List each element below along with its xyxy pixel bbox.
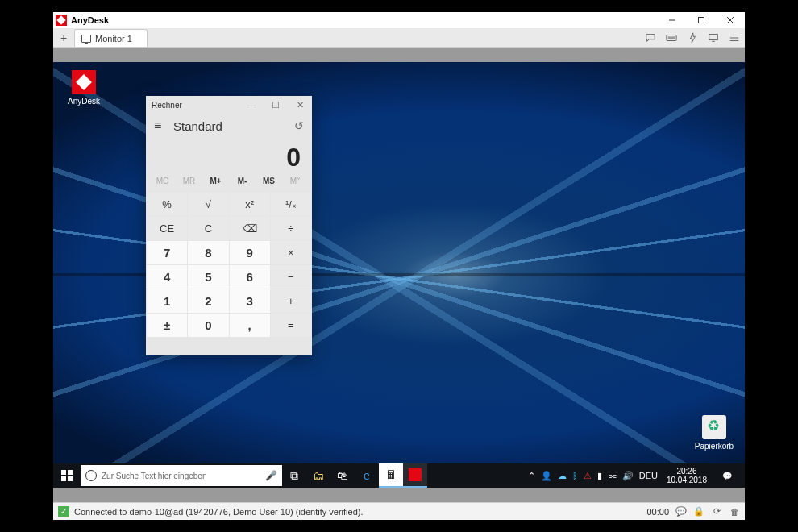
- tray-volume-icon[interactable]: 🔊: [622, 471, 634, 481]
- taskbar-calculator-icon[interactable]: 🖩: [379, 463, 403, 488]
- search-placeholder: Zur Suche Text hier eingeben: [102, 472, 206, 480]
- calc-key[interactable]: 1: [147, 289, 187, 313]
- chat-icon[interactable]: [640, 29, 661, 47]
- desktop-icon-anydesk[interactable]: AnyDesk: [60, 70, 108, 106]
- calc-maximize-button[interactable]: ☐: [264, 96, 288, 114]
- taskbar-edge-icon[interactable]: e: [355, 463, 379, 488]
- svg-rect-15: [68, 476, 73, 481]
- tray-chevron-up-icon[interactable]: ⌃: [528, 471, 535, 481]
- display-icon[interactable]: [703, 29, 724, 47]
- svg-rect-7: [709, 35, 718, 40]
- calc-key[interactable]: √: [188, 193, 228, 216]
- calc-key[interactable]: −: [271, 265, 311, 289]
- calc-key[interactable]: 3: [230, 289, 270, 313]
- calc-key[interactable]: ±: [147, 314, 187, 337]
- clock-date: 10.04.2018: [667, 476, 707, 484]
- calc-minimize-button[interactable]: —: [239, 96, 264, 114]
- tray-onedrive-icon[interactable]: ☁: [558, 471, 567, 481]
- tray-wifi-icon[interactable]: ⫘: [608, 471, 617, 480]
- calc-mem-ms[interactable]: MS: [256, 177, 282, 193]
- calc-key[interactable]: 6: [230, 265, 270, 289]
- svg-rect-12: [61, 470, 66, 475]
- calc-key[interactable]: x²: [230, 193, 270, 216]
- calc-key[interactable]: 2: [188, 289, 228, 313]
- calculator-window: Rechner — ☐ ✕ ≡ Standard ↺ 0 MCMRM+M-MSM…: [146, 96, 312, 355]
- status-text: Connected to demo-10@ad (19420776, Demo …: [74, 507, 363, 517]
- calc-key[interactable]: %: [147, 193, 187, 216]
- calc-key[interactable]: ¹/ₓ: [271, 193, 311, 216]
- calc-mem-mc[interactable]: MC: [149, 177, 176, 193]
- calc-key[interactable]: C: [188, 217, 228, 240]
- task-view-icon[interactable]: ⧉: [282, 463, 306, 488]
- calc-key[interactable]: ⌫: [230, 217, 270, 240]
- calc-mem-m-[interactable]: M-: [229, 177, 256, 193]
- calc-key[interactable]: ×: [271, 241, 311, 264]
- session-time: 00:00: [646, 507, 669, 517]
- taskbar-store-icon[interactable]: 🛍: [330, 463, 355, 488]
- calc-menu-icon[interactable]: ≡: [154, 118, 167, 133]
- tray-bluetooth-icon[interactable]: ᛒ: [572, 471, 578, 480]
- maximize-button[interactable]: [687, 12, 716, 28]
- calc-keypad: %√x²¹/ₓCEC⌫÷789×456−123+±0,=: [146, 193, 312, 338]
- icon-label: Papierkorb: [690, 442, 738, 451]
- clock-time: 20:26: [667, 467, 707, 476]
- status-chat-icon[interactable]: 💬: [675, 506, 687, 517]
- viewport-letterbox-bottom: [53, 488, 745, 502]
- calc-key[interactable]: 0: [188, 314, 228, 337]
- remote-desktop[interactable]: AnyDesk Papierkorb Rechner — ☐ ✕ ≡ Stand…: [53, 62, 745, 488]
- calc-key[interactable]: ÷: [271, 217, 311, 240]
- mic-icon[interactable]: 🎤: [265, 470, 277, 481]
- anydesk-logo-icon: [56, 15, 67, 26]
- status-trash-icon[interactable]: 🗑: [729, 506, 740, 517]
- calc-key[interactable]: 8: [188, 241, 228, 264]
- svg-rect-1: [699, 18, 704, 23]
- taskbar-anydesk-icon[interactable]: [403, 463, 427, 488]
- calc-key[interactable]: 9: [230, 241, 270, 264]
- action-center-icon[interactable]: 💬: [716, 463, 738, 488]
- svg-rect-4: [667, 35, 676, 41]
- calc-key[interactable]: =: [271, 314, 311, 337]
- status-lock-icon[interactable]: 🔒: [693, 506, 704, 517]
- new-tab-button[interactable]: +: [53, 29, 74, 47]
- monitor-icon: [81, 35, 91, 43]
- start-button[interactable]: [53, 463, 81, 488]
- tab-monitor-1[interactable]: Monitor 1: [74, 29, 148, 47]
- viewport-letterbox-top: [53, 48, 745, 62]
- recycle-bin-icon: [702, 415, 726, 439]
- calc-mem-m+[interactable]: M+: [202, 177, 229, 193]
- status-ok-icon: ✓: [58, 506, 69, 517]
- taskbar-file-explorer-icon[interactable]: 🗂: [306, 463, 330, 488]
- tray-battery-icon[interactable]: ▮: [597, 471, 602, 481]
- calc-key[interactable]: 7: [147, 241, 187, 264]
- tab-label: Monitor 1: [95, 34, 132, 44]
- calc-key[interactable]: 4: [147, 265, 187, 289]
- system-tray: ⌃ 👤 ☁ ᛒ ⚠ ▮ ⫘ 🔊 DEU 20:26 10.04.2018 💬: [522, 463, 745, 488]
- anydesk-app-window: AnyDesk + Monitor 1 AnyDesk Papier: [53, 12, 745, 520]
- calc-key[interactable]: CE: [147, 217, 187, 240]
- svg-rect-13: [68, 470, 73, 475]
- menu-icon[interactable]: [724, 29, 745, 47]
- titlebar: AnyDesk: [53, 12, 745, 28]
- close-button[interactable]: [716, 12, 745, 28]
- statusbar: ✓ Connected to demo-10@ad (19420776, Dem…: [53, 502, 745, 520]
- calc-title: Rechner: [152, 101, 182, 110]
- tray-security-icon[interactable]: ⚠: [584, 471, 592, 481]
- calc-mem-mr[interactable]: MR: [176, 177, 202, 193]
- tray-people-icon[interactable]: 👤: [541, 471, 552, 481]
- calc-close-button[interactable]: ✕: [288, 96, 312, 114]
- calc-key[interactable]: 5: [188, 265, 228, 289]
- calc-key[interactable]: +: [271, 289, 311, 313]
- desktop-icon-recycle-bin[interactable]: Papierkorb: [690, 415, 738, 451]
- calc-history-icon[interactable]: ↺: [294, 119, 304, 132]
- calc-key[interactable]: ,: [230, 314, 270, 337]
- status-sync-icon[interactable]: ⟳: [711, 506, 722, 517]
- calc-mem-m˅[interactable]: M˅: [282, 177, 309, 193]
- tabbar: + Monitor 1: [53, 28, 745, 48]
- taskbar-search-input[interactable]: Zur Suche Text hier eingeben 🎤: [81, 465, 282, 486]
- actions-icon[interactable]: [682, 29, 703, 47]
- tray-clock[interactable]: 20:26 10.04.2018: [663, 467, 710, 484]
- tray-language[interactable]: DEU: [639, 471, 658, 480]
- anydesk-icon: [72, 70, 96, 94]
- minimize-button[interactable]: [658, 12, 687, 28]
- keyboard-icon[interactable]: [661, 29, 682, 47]
